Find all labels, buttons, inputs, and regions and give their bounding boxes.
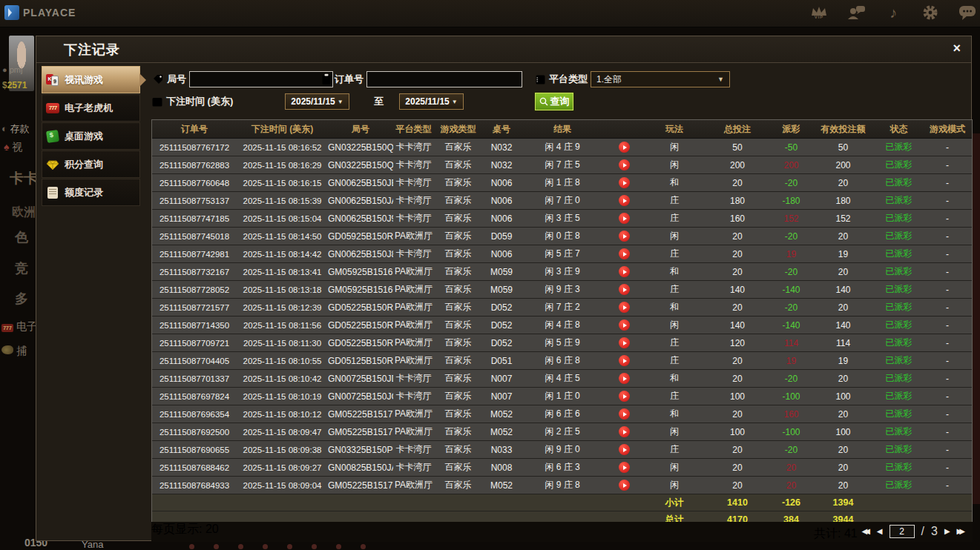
money-icon: $ [2,80,7,90]
cell-total-bet: 100 [704,391,771,402]
cell-replay [604,391,645,402]
replay-play-icon[interactable] [619,480,630,491]
prev-page-button[interactable]: ◀ [877,525,883,538]
sidebar-item-slots[interactable]: 777 电子老虎机 [42,94,140,122]
cell-payout: -180 [771,196,812,206]
music-icon[interactable]: ♪ [884,2,903,23]
replay-play-icon[interactable] [619,319,630,331]
subtotal-payout: -126 [771,497,812,508]
chevron-down-icon: ▼ [717,76,724,83]
cell-platform: 卡卡湾厅 [393,159,434,171]
replay-play-icon[interactable] [619,195,630,206]
table-row: 251115087709721 2025-11-15 08:11:30 GD05… [152,334,972,352]
cell-payout: 200 [771,160,812,170]
replay-play-icon[interactable] [619,284,630,295]
cell-result: 闲 6 庄 8 [521,354,604,367]
search-icon [539,97,548,106]
next-page-button[interactable]: ▶ [944,525,950,538]
round-no-input[interactable] [189,71,333,87]
cell-round-no: GN03225B150Q4 [328,160,393,170]
chat-icon[interactable] [958,2,977,23]
replay-play-icon[interactable] [619,355,630,366]
cell-replay [604,213,645,224]
column-header: 下注时间 (美东) [237,123,328,136]
cell-replay [604,231,645,242]
replay-play-icon[interactable] [619,266,630,277]
replay-play-icon[interactable] [619,142,630,153]
cell-payout: -140 [771,285,812,295]
replay-play-icon[interactable] [619,177,630,188]
cell-order-no: 251115087721577 [152,303,237,312]
deposit-label: ◐ 存款 [1,122,29,136]
cell-valid-bet: 100 [812,427,875,437]
dialog-title: 下注记录 [64,41,120,59]
replay-play-icon[interactable] [619,248,630,259]
replay-play-icon[interactable] [619,302,630,313]
cell-table-no: D052 [482,338,521,348]
search-button[interactable]: 查询 [535,93,573,110]
replay-play-icon[interactable] [619,373,630,384]
last-page-button[interactable]: ▶▶ [957,525,965,538]
cell-total-bet: 20 [704,267,771,277]
cell-play-type: 闲 [645,479,704,491]
column-header: 游戏模式 [923,123,972,136]
platform-type-select[interactable]: 1.全部 ▼ [591,71,730,87]
replay-play-icon[interactable] [619,426,630,437]
cell-platform: 卡卡湾厅 [393,461,434,474]
cell-order-no: 251115087728052 [152,285,237,294]
order-no-input[interactable] [366,71,522,87]
cell-order-no: 251115087767172 [152,143,237,152]
cell-play-type: 闲 [645,319,704,331]
page-number-input[interactable]: 2 [889,525,915,538]
sidebar-item-table-games[interactable]: 桌面游戏 [42,122,140,150]
first-page-button[interactable]: ◀◀ [861,525,869,538]
cell-game-type: 百家乐 [434,425,482,438]
sidebar-item-live-games[interactable]: K9 视讯游戏 [42,66,140,93]
sidebar-item-quota-records[interactable]: 额度记录 [42,179,140,206]
replay-play-icon[interactable] [619,462,630,473]
close-icon[interactable]: × [953,42,961,55]
cell-payout: -20 [771,267,812,277]
cell-replay [604,408,645,420]
replay-play-icon[interactable] [619,231,630,242]
cell-status: 已派彩 [875,461,923,474]
document-icon [46,186,59,199]
cell-platform: 卡卡湾厅 [393,390,434,402]
cell-status: 已派彩 [875,194,923,207]
support-icon[interactable] [846,2,866,23]
replay-play-icon[interactable] [619,391,630,402]
cell-status: 已派彩 [875,408,923,420]
cell-bet-time: 2025-11-15 08:09:38 [237,445,328,454]
cell-platform: PA欧洲厅 [393,479,434,491]
date-to-picker[interactable]: 2025/11/15 ▼ [399,93,464,110]
date-from-picker[interactable]: 2025/11/15 ▼ [285,93,349,110]
cell-result: 闲 3 庄 9 [521,265,604,278]
cell-table-no: N006 [482,213,521,224]
vip-icon[interactable]: VIP [809,2,829,23]
replay-play-icon[interactable] [619,337,630,348]
slot-machine-icon: 777 [46,102,59,115]
table-row: 251115087697824 2025-11-15 08:10:19 GN00… [152,388,972,405]
settings-gear-icon[interactable] [921,2,940,23]
sidebar-item-points[interactable]: 积分查询 [42,150,140,178]
clipboard-icon [321,73,332,85]
cell-valid-bet: 20 [812,267,875,277]
replay-play-icon[interactable] [619,159,630,170]
column-header: 结果 [521,123,604,136]
total-count-label: 共计: 41 [814,526,858,542]
cell-valid-bet: 19 [812,356,875,366]
cell-result: 闲 9 庄 3 [521,283,604,296]
cell-status: 已派彩 [875,372,923,385]
cell-round-no: GD05925B150RC [328,231,393,242]
cell-game-type: 百家乐 [434,265,482,278]
cell-game-mode: - [923,445,972,455]
cell-platform: 卡卡湾厅 [393,176,434,189]
replay-play-icon[interactable] [619,408,630,420]
replay-play-icon[interactable] [619,444,630,455]
cell-platform: 卡卡湾厅 [393,212,434,225]
cell-platform: PA欧洲厅 [393,408,434,420]
cell-game-type: 百家乐 [434,443,482,456]
table-row: 251115087728052 2025-11-15 08:13:18 GM05… [152,281,972,299]
replay-play-icon[interactable] [619,213,630,224]
column-header: 玩法 [645,123,704,136]
